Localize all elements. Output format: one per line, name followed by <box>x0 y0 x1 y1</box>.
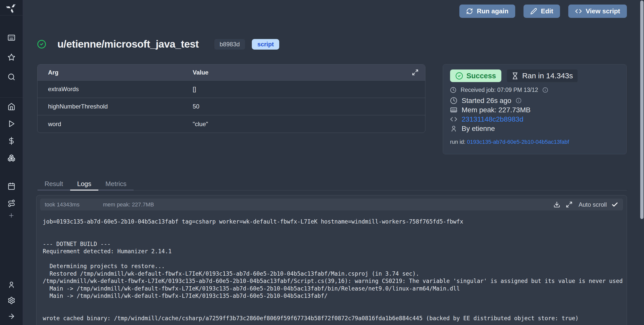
clock-icon <box>450 87 456 93</box>
sidebar-bottom-group <box>8 281 15 320</box>
hourglass-icon <box>511 72 519 80</box>
tab-logs[interactable]: Logs <box>70 178 98 191</box>
mem-peak-row: Mem peak: 227.73MB <box>450 106 619 114</box>
received-label: Received job: 07:09 PM 13/12 <box>461 87 538 93</box>
status-badge: Success <box>450 69 501 82</box>
page-title: u/etienne/microsoft_java_test <box>57 38 199 50</box>
home-icon[interactable] <box>8 103 15 111</box>
started-label: Started 26s ago <box>462 97 511 105</box>
download-logs-button[interactable] <box>553 201 560 208</box>
maximize-icon <box>412 69 419 76</box>
duration-label: Ran in 14.343s <box>522 71 573 80</box>
table-row: word "clue" <box>37 115 425 133</box>
run-again-label: Run again <box>477 7 508 15</box>
arg-name: word <box>37 121 193 128</box>
user-icon <box>450 125 457 132</box>
arg-value: [] <box>193 86 425 93</box>
run-id-label: run id: <box>450 139 465 145</box>
title-row: u/etienne/microsoft_java_test b8983d scr… <box>37 38 279 50</box>
arg-value: 50 <box>193 103 425 110</box>
info-icon[interactable] <box>516 98 521 103</box>
script-hash-row: 23131148c2b8983d <box>450 115 619 123</box>
sidebar-divider <box>0 97 23 98</box>
clock-icon <box>450 97 457 104</box>
tab-metrics[interactable]: Metrics <box>98 178 134 191</box>
search-icon[interactable] <box>8 73 15 81</box>
script-hash-badge: b8983d <box>214 39 245 50</box>
success-check-circle-icon <box>37 40 46 49</box>
status-label: Success <box>466 72 496 80</box>
runs-play-icon[interactable] <box>8 120 15 128</box>
args-table-header: Arg Value <box>37 64 425 81</box>
settings-gear-icon[interactable] <box>8 297 15 304</box>
arg-name: highNumberThreshold <box>37 103 193 110</box>
resources-boxes-icon[interactable] <box>8 154 15 162</box>
sidebar <box>0 0 23 325</box>
memory-stick-icon <box>450 106 457 114</box>
check-circle-icon <box>455 72 463 80</box>
args-col-value: Value <box>193 69 412 76</box>
code-icon <box>450 116 457 123</box>
author-row: By etienne <box>450 124 619 133</box>
page-scrollbar[interactable] <box>640 1 643 219</box>
edit-label: Edit <box>541 7 553 15</box>
variables-dollar-icon[interactable] <box>8 137 15 145</box>
arg-value: "clue" <box>193 121 425 128</box>
expand-args-button[interactable] <box>412 69 419 76</box>
mem-peak-label: Mem peak: 227.73MB <box>462 106 531 114</box>
run-again-button[interactable]: Run again <box>459 5 515 18</box>
args-col-arg: Arg <box>37 69 193 76</box>
keyboard-icon[interactable] <box>8 34 15 42</box>
table-row: extraWords [] <box>37 81 425 98</box>
refresh-icon <box>466 8 473 15</box>
windmill-logo[interactable] <box>0 0 23 16</box>
info-icon[interactable] <box>542 87 548 93</box>
log-output: job=0193c135-ab7d-60e5-2b10-04b5ac13fabf… <box>43 218 627 322</box>
check-icon <box>611 201 618 208</box>
routes-icon[interactable] <box>8 199 15 207</box>
maximize-icon <box>566 201 573 208</box>
windmill-logo-icon <box>6 3 16 13</box>
arg-name: extraWords <box>37 86 193 93</box>
view-script-button[interactable]: View script <box>568 5 627 18</box>
auto-scroll-label[interactable]: Auto scroll <box>579 201 607 208</box>
edit-button[interactable]: Edit <box>524 5 560 18</box>
star-icon[interactable] <box>8 53 15 61</box>
args-table: Arg Value extraWords [] highNumberThresh… <box>37 64 425 133</box>
log-header: took 14343ms mem peak: 227.7MB Auto scro… <box>40 199 623 210</box>
result-tabs: Result Logs Metrics <box>37 178 627 191</box>
sidebar-nav-group <box>8 103 15 162</box>
log-panel: took 14343ms mem peak: 227.7MB Auto scro… <box>36 195 627 325</box>
duration-chip: Ran in 14.343s <box>507 69 578 82</box>
toolbar: Run again Edit View script <box>459 5 627 18</box>
script-type-badge: script <box>252 39 279 50</box>
received-row: Received job: 07:09 PM 13/12 <box>450 86 619 93</box>
code-icon <box>575 8 582 15</box>
job-info-panel: Success Ran in 14.343s Received job: 07:… <box>443 64 627 154</box>
auto-scroll-checkbox[interactable] <box>611 201 618 208</box>
expand-logs-button[interactable] <box>566 201 573 208</box>
script-hash-link[interactable]: 23131148c2b8983d <box>462 115 524 123</box>
schedules-calendar-icon[interactable] <box>8 182 15 190</box>
user-icon[interactable] <box>8 281 15 288</box>
pencil-icon <box>530 8 537 15</box>
sidebar-tools-group <box>8 182 15 219</box>
plus-icon[interactable] <box>8 212 15 219</box>
table-row: highNumberThreshold 50 <box>37 98 425 115</box>
sidebar-top-group <box>8 34 15 81</box>
view-script-label: View script <box>586 7 620 15</box>
run-id-row: run id: 0193c135-ab7d-60e5-2b10-04b5ac13… <box>450 139 619 145</box>
started-row: Started 26s ago <box>450 96 619 105</box>
run-id-link[interactable]: 0193c135-ab7d-60e5-2b10-04b5ac13fabf <box>467 139 569 145</box>
log-took-label: took 14343ms <box>45 201 79 208</box>
status-row: Success Ran in 14.343s <box>450 69 619 82</box>
author-label: By etienne <box>462 125 495 133</box>
collapse-arrow-right-icon[interactable] <box>8 312 15 320</box>
download-icon <box>553 201 560 208</box>
tab-result[interactable]: Result <box>37 178 70 191</box>
log-mem-peak-label: mem peak: 227.7MB <box>103 201 154 208</box>
